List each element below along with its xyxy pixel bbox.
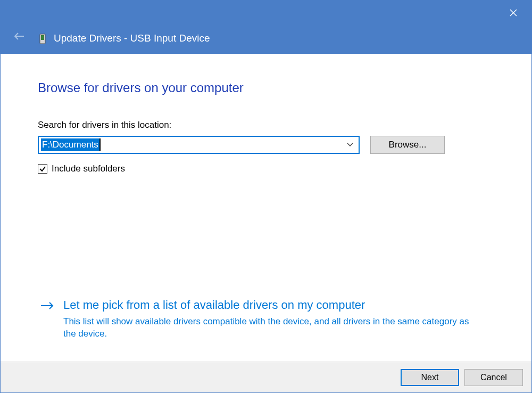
- include-subfolders-label: Include subfolders: [52, 163, 125, 174]
- update-drivers-wizard: Update Drivers - USB Input Device Browse…: [0, 0, 532, 393]
- search-location-label: Search for drivers in this location:: [38, 120, 494, 130]
- checkmark-icon: [39, 165, 46, 173]
- option-description: This list will show available drivers co…: [63, 315, 484, 341]
- option-title: Let me pick from a list of available dri…: [63, 298, 484, 313]
- back-button[interactable]: [11, 28, 27, 44]
- path-value: F:\Documents: [41, 138, 99, 151]
- window-title: Update Drivers - USB Input Device: [54, 32, 210, 44]
- include-subfolders-checkbox[interactable]: Include subfolders: [38, 163, 494, 174]
- browse-button[interactable]: Browse...: [370, 136, 445, 154]
- close-button[interactable]: [503, 5, 524, 21]
- pick-from-list-option[interactable]: Let me pick from a list of available dri…: [40, 298, 484, 340]
- path-row: F:\Documents Browse...: [38, 136, 494, 154]
- wizard-footer: Next Cancel: [1, 362, 531, 392]
- chevron-down-icon[interactable]: [345, 140, 355, 150]
- wizard-content: Browse for drivers on your computer Sear…: [1, 54, 531, 362]
- back-arrow-icon: [13, 31, 25, 41]
- close-icon: [509, 9, 518, 17]
- device-icon: [38, 34, 47, 44]
- svg-rect-4: [41, 35, 44, 40]
- page-heading: Browse for drivers on your computer: [38, 80, 494, 95]
- next-button[interactable]: Next: [401, 369, 459, 386]
- cancel-button[interactable]: Cancel: [464, 369, 523, 386]
- arrow-right-icon: [40, 298, 56, 340]
- checkbox-box: [38, 164, 47, 174]
- option-text-block: Let me pick from a list of available dri…: [63, 298, 484, 340]
- path-combobox[interactable]: F:\Documents: [38, 136, 360, 154]
- titlebar: Update Drivers - USB Input Device: [1, 1, 531, 54]
